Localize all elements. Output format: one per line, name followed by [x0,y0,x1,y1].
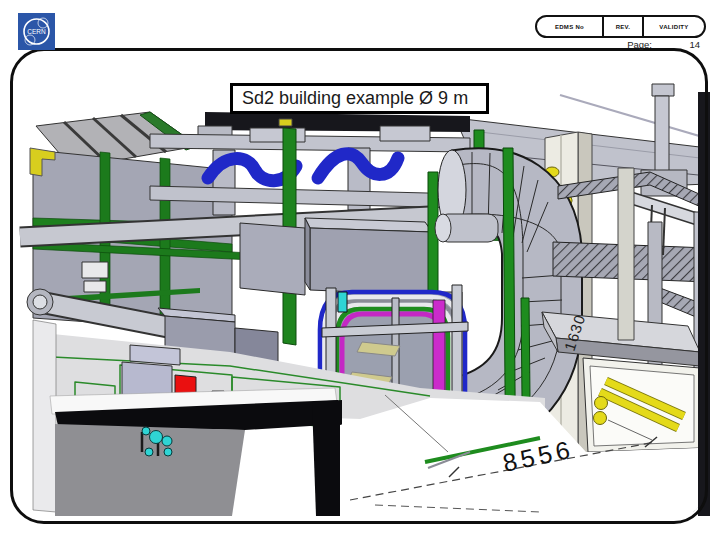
cad-3d-scene: 1630 [0,0,720,540]
yellow-clip [279,119,292,126]
slide-title: Sd2 building example Ø 9 m [230,83,489,114]
slide-page: 1630 [0,0,720,540]
page-indicator: Page: 14 [560,39,708,51]
magenta-pipe-highlight [433,300,445,395]
rev-label: REV. [602,17,642,36]
cyan-fitting [338,292,347,312]
page-number: 14 [682,39,700,51]
page-label: Page: [627,39,652,51]
cern-logo: CERN [18,13,55,50]
edms-no-label: EDMS No [537,17,602,36]
svg-text:CERN: CERN [27,28,46,35]
yellow-pipe-box [583,358,700,452]
edms-header-box: EDMS No REV. VALIDITY [535,15,706,38]
slide-drop-shadow [698,92,710,516]
validity-label: VALIDITY [642,17,704,36]
cern-logo-icon: CERN [18,13,55,50]
